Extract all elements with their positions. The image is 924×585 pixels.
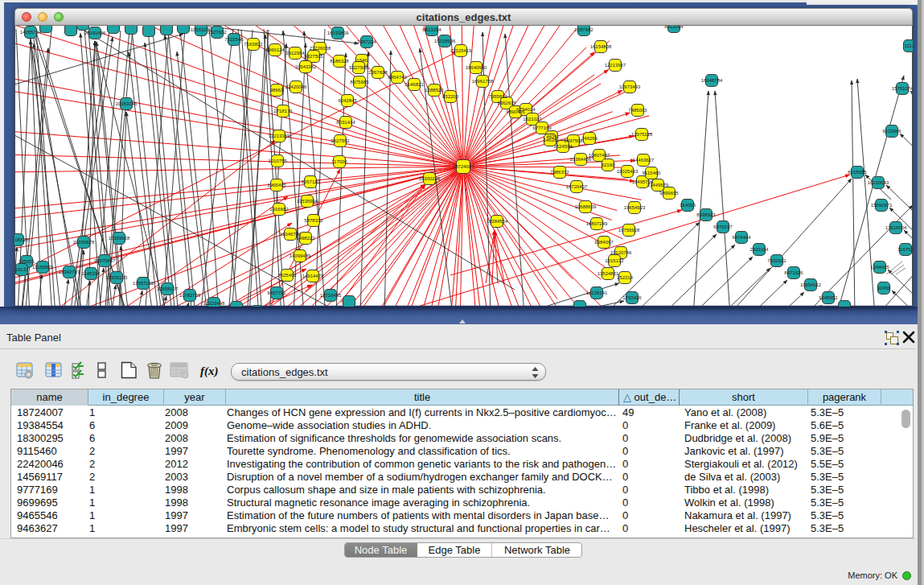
- svg-text:16154808: 16154808: [590, 44, 612, 49]
- svg-text:12213369: 12213369: [269, 134, 290, 138]
- svg-text:9327508: 9327508: [349, 65, 368, 70]
- svg-text:9384067: 9384067: [594, 240, 614, 245]
- svg-text:10973493: 10973493: [619, 84, 641, 89]
- svg-text:9899695: 9899695: [659, 191, 679, 196]
- svg-text:7986372: 7986372: [550, 170, 569, 175]
- svg-text:1498222: 1498222: [296, 236, 315, 241]
- svg-text:8186328: 8186328: [330, 59, 349, 64]
- svg-text:10120746: 10120746: [610, 250, 632, 255]
- svg-text:15692971: 15692971: [871, 203, 893, 208]
- svg-text:13716485: 13716485: [320, 293, 342, 298]
- svg-text:7625402: 7625402: [277, 273, 297, 278]
- svg-text:17957255: 17957255: [133, 281, 154, 286]
- svg-text:18300295: 18300295: [419, 176, 441, 181]
- svg-text:9129966: 9129966: [882, 129, 901, 134]
- svg-text:10958107: 10958107: [157, 286, 179, 291]
- svg-text:17359928: 17359928: [109, 236, 130, 241]
- svg-text:1010755: 1010755: [268, 159, 287, 163]
- svg-text:164095: 164095: [680, 203, 696, 208]
- svg-text:12905135: 12905135: [106, 275, 128, 280]
- svg-text:14626: 14626: [544, 138, 557, 142]
- svg-text:8471626: 8471626: [784, 270, 803, 275]
- svg-text:7163822: 7163822: [244, 42, 263, 47]
- svg-text:20091406: 20091406: [84, 31, 106, 35]
- svg-text:12213967: 12213967: [605, 63, 626, 68]
- svg-text:2933114: 2933114: [750, 247, 770, 252]
- svg-text:19654923: 19654923: [624, 205, 646, 210]
- svg-text:3267110: 3267110: [302, 179, 321, 184]
- svg-text:1588520: 1588520: [425, 88, 444, 93]
- svg-text:10654112: 10654112: [800, 282, 822, 287]
- svg-text:9777169: 9777169: [532, 126, 552, 130]
- svg-text:21364456: 21364456: [570, 157, 592, 162]
- svg-text:7955812: 7955812: [488, 94, 507, 99]
- svg-text:5878332: 5878332: [304, 218, 323, 223]
- svg-text:13535994: 13535994: [297, 199, 318, 204]
- svg-text:10543382: 10543382: [295, 64, 317, 69]
- svg-text:14136141: 14136141: [586, 290, 608, 295]
- svg-text:15720407: 15720407: [566, 184, 588, 189]
- svg-text:7632621: 7632621: [767, 258, 786, 263]
- svg-text:8031414: 8031414: [336, 120, 355, 125]
- svg-text:18640910: 18640910: [466, 65, 487, 70]
- svg-text:98961: 98961: [270, 88, 284, 93]
- svg-text:6497508: 6497508: [564, 138, 583, 143]
- svg-text:20053346: 20053346: [116, 101, 138, 106]
- svg-text:7357224: 7357224: [357, 39, 376, 44]
- svg-text:8813054: 8813054: [664, 26, 684, 29]
- svg-text:16961758: 16961758: [472, 79, 494, 84]
- svg-text:23226058: 23226058: [310, 46, 331, 51]
- svg-text:62160: 62160: [602, 163, 615, 167]
- svg-text:10025433: 10025433: [617, 169, 639, 174]
- svg-text:9146821: 9146821: [405, 82, 424, 87]
- svg-text:13524851: 13524851: [598, 271, 619, 276]
- svg-text:135051: 135051: [18, 259, 35, 264]
- svg-text:9457791: 9457791: [267, 290, 286, 295]
- svg-text:18724007: 18724007: [453, 164, 474, 169]
- svg-text:8660124: 8660124: [265, 47, 285, 52]
- svg-text:10688609: 10688609: [575, 204, 597, 209]
- svg-text:14463627: 14463627: [633, 158, 655, 163]
- svg-text:1362615: 1362615: [497, 101, 516, 105]
- svg-text:17916504: 17916504: [885, 225, 907, 230]
- svg-text:116753: 116753: [897, 247, 913, 252]
- svg-text:3912954: 3912954: [285, 51, 305, 56]
- svg-text:f(x): f(x): [200, 365, 219, 378]
- svg-text:92450: 92450: [877, 286, 891, 290]
- svg-text:10782759: 10782759: [179, 293, 201, 298]
- svg-text:6794024: 6794024: [516, 107, 536, 112]
- svg-text:8675685: 8675685: [350, 80, 369, 84]
- svg-text:20206578: 20206578: [73, 240, 95, 245]
- svg-text:1916682: 1916682: [269, 207, 289, 212]
- svg-text:19218506: 19218506: [434, 39, 456, 43]
- svg-text:1965495: 1965495: [267, 183, 286, 187]
- svg-text:9327505: 9327505: [304, 54, 323, 59]
- svg-text:9242845: 9242845: [338, 98, 357, 103]
- svg-text:1615132: 1615132: [605, 258, 624, 263]
- svg-text:2087682: 2087682: [574, 27, 593, 32]
- svg-text:12323448: 12323448: [203, 301, 225, 306]
- svg-text:16033809: 16033809: [327, 31, 349, 35]
- svg-text:832203: 832203: [442, 94, 459, 99]
- svg-text:10807487: 10807487: [589, 153, 610, 158]
- svg-text:8215955: 8215955: [848, 170, 867, 175]
- svg-text:13325419: 13325419: [450, 48, 472, 53]
- svg-text:2367608: 2367608: [368, 70, 388, 75]
- svg-text:1527602: 1527602: [207, 30, 227, 35]
- svg-text:8454749: 8454749: [388, 75, 407, 80]
- svg-text:12342737: 12342737: [59, 270, 80, 274]
- svg-text:252214: 252214: [617, 275, 634, 280]
- svg-text:8938923: 8938923: [696, 212, 716, 217]
- svg-text:746266: 746266: [581, 136, 598, 141]
- svg-text:11156829: 11156829: [32, 265, 53, 270]
- svg-text:23449579: 23449579: [647, 183, 669, 187]
- svg-text:33975867: 33975867: [94, 258, 116, 263]
- svg-text:9474444: 9474444: [732, 235, 751, 240]
- svg-text:117006: 117006: [331, 159, 347, 164]
- svg-text:15751074: 15751074: [892, 86, 913, 91]
- svg-text:26206528: 26206528: [14, 237, 29, 242]
- svg-text:1112: 1112: [905, 43, 913, 48]
- svg-text:7485003: 7485003: [628, 108, 647, 113]
- svg-text:9245652: 9245652: [819, 295, 838, 300]
- svg-text:14914479: 14914479: [302, 274, 324, 278]
